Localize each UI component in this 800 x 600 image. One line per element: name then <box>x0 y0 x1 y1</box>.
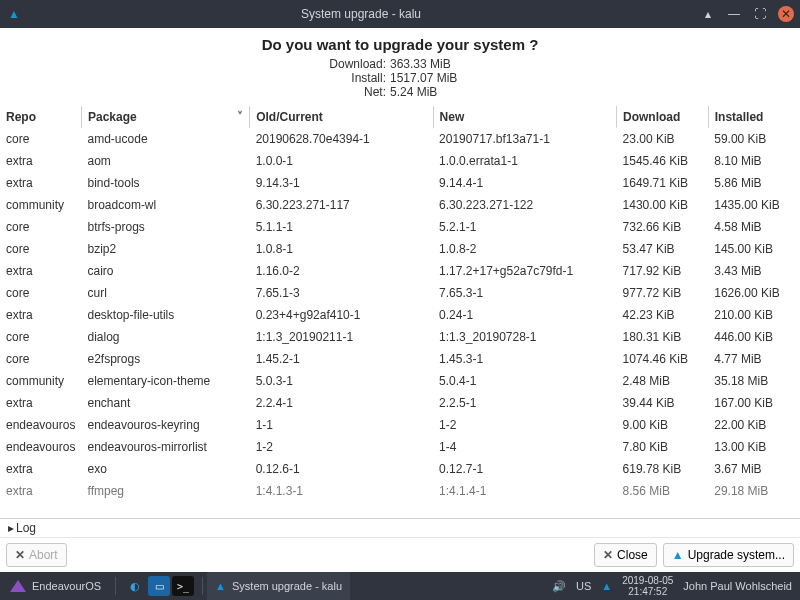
cell-repo: core <box>0 128 82 150</box>
taskbar-task-kalu[interactable]: ▲ System upgrade - kalu <box>207 572 350 600</box>
cell-old: 6.30.223.271-117 <box>250 194 433 216</box>
cell-pkg: enchant <box>82 392 250 414</box>
cell-old: 1:1.3_20190211-1 <box>250 326 433 348</box>
cell-dl: 180.31 KiB <box>617 326 709 348</box>
cell-old: 5.1.1-1 <box>250 216 433 238</box>
dialog-footer: ✕ Abort ✕ Close ▲ Upgrade system... <box>0 537 800 572</box>
tray-arch-icon[interactable]: ▲ <box>601 580 612 592</box>
log-expander[interactable]: ▸ Log <box>0 518 800 537</box>
cell-new: 1:1.3_20190728-1 <box>433 326 616 348</box>
cell-pkg: btrfs-progs <box>82 216 250 238</box>
cell-old: 7.65.1-3 <box>250 282 433 304</box>
col-repo[interactable]: Repo <box>0 106 82 128</box>
start-menu-button[interactable]: EndeavourOS <box>0 572 111 600</box>
cell-new: 1.0.8-2 <box>433 238 616 260</box>
table-row[interactable]: extradesktop-file-utils0.23+4+g92af410-1… <box>0 304 800 326</box>
cell-repo: community <box>0 370 82 392</box>
abort-button: ✕ Abort <box>6 543 67 567</box>
table-row[interactable]: coreamd-ucode20190628.70e4394-120190717.… <box>0 128 800 150</box>
table-row[interactable]: extraffmpeg1:4.1.3-11:4.1.4-18.56 MiB29.… <box>0 480 800 502</box>
cell-pkg: exo <box>82 458 250 480</box>
window-close-icon[interactable]: ✕ <box>778 6 794 22</box>
keyboard-lang[interactable]: US <box>576 580 591 592</box>
table-row[interactable]: coredialog1:1.3_20190211-11:1.3_20190728… <box>0 326 800 348</box>
cell-dl: 23.00 KiB <box>617 128 709 150</box>
col-installed[interactable]: Installed <box>708 106 800 128</box>
table-row[interactable]: extracairo1.16.0-21.17.2+17+g52a7c79fd-1… <box>0 260 800 282</box>
cell-repo: core <box>0 326 82 348</box>
table-row[interactable]: extrabind-tools9.14.3-19.14.4-11649.71 K… <box>0 172 800 194</box>
separator <box>202 577 203 595</box>
cell-repo: extra <box>0 392 82 414</box>
volume-icon[interactable]: 🔊 <box>552 580 566 593</box>
table-row[interactable]: communitybroadcom-wl6.30.223.271-1176.30… <box>0 194 800 216</box>
table-row[interactable]: corebzip21.0.8-11.0.8-253.47 KiB145.00 K… <box>0 238 800 260</box>
cell-old: 1-2 <box>250 436 433 458</box>
cell-inst: 13.00 KiB <box>708 436 800 458</box>
cell-old: 1-1 <box>250 414 433 436</box>
cell-repo: core <box>0 238 82 260</box>
cell-inst: 4.58 MiB <box>708 216 800 238</box>
cell-dl: 7.80 KiB <box>617 436 709 458</box>
cell-inst: 1435.00 KiB <box>708 194 800 216</box>
cell-repo: core <box>0 216 82 238</box>
col-package[interactable]: Package˅ <box>82 106 250 128</box>
cell-old: 20190628.70e4394-1 <box>250 128 433 150</box>
cell-pkg: broadcom-wl <box>82 194 250 216</box>
arch-icon: ▲ <box>672 548 684 562</box>
stat-net-label: Net: <box>320 85 390 99</box>
cell-old: 2.2.4-1 <box>250 392 433 414</box>
browser-launcher-icon[interactable]: ◐ <box>124 576 146 596</box>
cell-new: 1-2 <box>433 414 616 436</box>
cell-repo: extra <box>0 172 82 194</box>
cell-dl: 53.47 KiB <box>617 238 709 260</box>
log-label: Log <box>16 521 36 535</box>
table-row[interactable]: extraexo0.12.6-10.12.7-1619.78 KiB3.67 M… <box>0 458 800 480</box>
table-row[interactable]: corebtrfs-progs5.1.1-15.2.1-1732.66 KiB4… <box>0 216 800 238</box>
clock[interactable]: 2019-08-05 21:47:52 <box>622 575 673 597</box>
cell-inst: 1626.00 KiB <box>708 282 800 304</box>
cell-repo: extra <box>0 260 82 282</box>
cell-old: 0.12.6-1 <box>250 458 433 480</box>
cell-new: 1.45.3-1 <box>433 348 616 370</box>
cell-pkg: e2fsprogs <box>82 348 250 370</box>
window-titlebar: ▲ System upgrade - kalu ▴ ― ⛶ ✕ <box>0 0 800 28</box>
cell-repo: core <box>0 282 82 304</box>
clock-date: 2019-08-05 <box>622 575 673 586</box>
close-button[interactable]: ✕ Close <box>594 543 657 567</box>
cell-repo: extra <box>0 480 82 502</box>
task-label: System upgrade - kalu <box>232 580 342 592</box>
table-row[interactable]: extraaom1.0.0-11.0.0.errata1-11545.46 Ki… <box>0 150 800 172</box>
user-name[interactable]: John Paul Wohlscheid <box>683 580 792 592</box>
close-label: Close <box>617 548 648 562</box>
table-row[interactable]: endeavourosendeavouros-keyring1-11-29.00… <box>0 414 800 436</box>
dialog-header: Do you want to upgrade your system ? Dow… <box>0 28 800 106</box>
cell-inst: 4.77 MiB <box>708 348 800 370</box>
cell-new: 0.12.7-1 <box>433 458 616 480</box>
cell-pkg: aom <box>82 150 250 172</box>
terminal-launcher-icon[interactable]: >_ <box>172 576 194 596</box>
cell-inst: 3.67 MiB <box>708 458 800 480</box>
col-old[interactable]: Old/Current <box>250 106 433 128</box>
col-download[interactable]: Download <box>617 106 709 128</box>
cell-pkg: dialog <box>82 326 250 348</box>
table-row[interactable]: endeavourosendeavouros-mirrorlist1-21-47… <box>0 436 800 458</box>
table-row[interactable]: coree2fsprogs1.45.2-11.45.3-11074.46 KiB… <box>0 348 800 370</box>
window-maximize-icon[interactable]: ⛶ <box>752 6 768 22</box>
window-up-icon[interactable]: ▴ <box>700 6 716 22</box>
arch-icon: ▲ <box>215 580 226 592</box>
window-minimize-icon[interactable]: ― <box>726 6 742 22</box>
cell-pkg: desktop-file-utils <box>82 304 250 326</box>
table-row[interactable]: communityelementary-icon-theme5.0.3-15.0… <box>0 370 800 392</box>
cell-dl: 717.92 KiB <box>617 260 709 282</box>
cell-old: 1.0.8-1 <box>250 238 433 260</box>
table-row[interactable]: corecurl7.65.1-37.65.3-1977.72 KiB1626.0… <box>0 282 800 304</box>
expander-arrow-icon: ▸ <box>8 521 14 535</box>
upgrade-button[interactable]: ▲ Upgrade system... <box>663 543 794 567</box>
col-new[interactable]: New <box>433 106 616 128</box>
table-row[interactable]: extraenchant2.2.4-12.2.5-139.44 KiB167.0… <box>0 392 800 414</box>
cell-dl: 1649.71 KiB <box>617 172 709 194</box>
cell-inst: 35.18 MiB <box>708 370 800 392</box>
file-manager-launcher-icon[interactable]: ▭ <box>148 576 170 596</box>
cell-inst: 145.00 KiB <box>708 238 800 260</box>
